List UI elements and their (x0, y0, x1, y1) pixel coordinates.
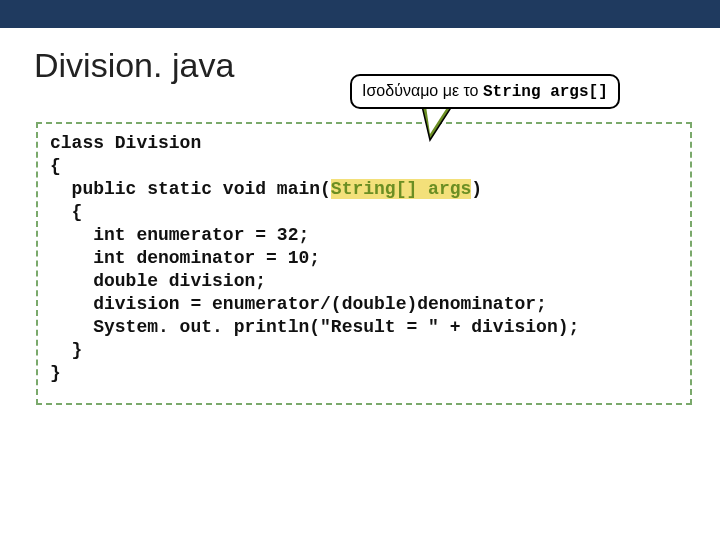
code-line-5: int enumerator = 32; (50, 225, 309, 245)
code-line-3c: ) (471, 179, 482, 199)
code-block: class Division { public static void main… (36, 122, 692, 405)
code-line-9: System. out. println("Result = " + divis… (50, 317, 579, 337)
code-line-8: division = enumerator/(double)denominato… (50, 294, 547, 314)
code-line-11: } (50, 363, 61, 383)
code-content: class Division { public static void main… (50, 132, 678, 385)
slide-top-bar (0, 0, 720, 28)
code-highlight-args: String[] args (331, 179, 471, 199)
code-line-6: int denominator = 10; (50, 248, 320, 268)
code-line-4: { (50, 202, 82, 222)
code-line-1: class Division (50, 133, 201, 153)
callout-text: Ισοδύναμο με το (362, 82, 483, 99)
callout-code: String args[] (483, 83, 608, 101)
code-line-3a: public static void main( (50, 179, 331, 199)
callout-box: Ισοδύναμο με το String args[] (350, 74, 620, 109)
code-line-7: double division; (50, 271, 266, 291)
code-line-10: } (50, 340, 82, 360)
code-line-2: { (50, 156, 61, 176)
